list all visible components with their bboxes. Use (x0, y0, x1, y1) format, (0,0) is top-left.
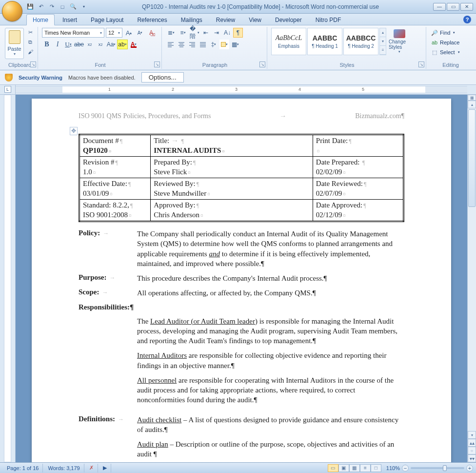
shading-button[interactable]: ▾ (219, 40, 229, 49)
shrink-font-button[interactable]: A▾ (135, 28, 145, 38)
help-button[interactable]: ? (463, 16, 471, 23)
cut-button[interactable]: ✂ (26, 28, 35, 37)
close-button[interactable]: ✕ (460, 3, 473, 11)
format-painter-button[interactable]: 🖌 (26, 47, 35, 56)
change-styles-button[interactable]: Change Styles ▾ (387, 28, 412, 55)
section-body[interactable]: Audit checklist – A list of questions de… (137, 415, 404, 463)
status-words[interactable]: Words: 3,179 (44, 464, 84, 473)
section-body[interactable]: All operations affecting, or affected by… (137, 288, 404, 298)
section-body[interactable]: This procedure describes the Company's I… (137, 273, 404, 283)
section-body[interactable]: The Company shall periodically conduct a… (137, 229, 404, 268)
page[interactable]: ISO 9001 QMS Policies, Procedures, and F… (32, 99, 451, 462)
paste-button[interactable]: Paste ▾ (5, 28, 24, 59)
zoom-in-button[interactable]: + (466, 465, 473, 472)
scroll-track[interactable] (468, 108, 476, 431)
styles-launcher[interactable]: ↘ (418, 62, 424, 67)
tab-page-layout[interactable]: Page Layout (85, 15, 129, 25)
tab-mailings[interactable]: Mailings (175, 15, 208, 25)
outline-view[interactable]: ≡ (360, 464, 371, 472)
decrease-indent-button[interactable]: ⇤ (201, 28, 211, 38)
save-icon[interactable]: 💾 (26, 3, 34, 11)
status-macro[interactable]: ▶ (99, 464, 111, 473)
maximize-button[interactable]: ▭ (447, 3, 459, 11)
qat-new-icon[interactable]: □ (59, 3, 66, 11)
highlight-button[interactable]: ab▾ (117, 40, 128, 49)
clear-formatting-button[interactable]: A⌫ (146, 28, 156, 38)
vertical-ruler[interactable] (0, 95, 16, 462)
minimize-button[interactable]: — (433, 3, 446, 11)
tab-developer[interactable]: Developer (269, 15, 308, 25)
print-layout-view[interactable]: ▭ (328, 464, 338, 472)
select-button[interactable]: ⬚Select▾ (430, 47, 471, 57)
font-launcher[interactable]: ↘ (154, 62, 160, 67)
scroll-down-button[interactable]: ▾ (468, 431, 476, 439)
change-case-button[interactable]: Aa▾ (106, 40, 116, 49)
subscript-button[interactable]: x2 (85, 40, 95, 49)
numbering-button[interactable]: ≡▾ (178, 28, 188, 38)
italic-button[interactable]: I (53, 40, 62, 49)
undo-icon[interactable]: ↶ (37, 3, 45, 11)
multilevel-button[interactable]: �階▾ (189, 28, 200, 38)
browse-object-button[interactable]: ○ (468, 447, 476, 454)
ruler-toggle-button[interactable]: ▦ (468, 95, 476, 101)
scroll-thumb[interactable] (468, 109, 476, 207)
document-scroll[interactable]: ISO 9001 QMS Policies, Procedures, and F… (16, 95, 467, 462)
justify-button[interactable] (198, 40, 208, 49)
zoom-thumb[interactable] (443, 465, 447, 471)
find-button[interactable]: 🔎Find▾ (430, 28, 471, 38)
align-center-button[interactable] (177, 40, 186, 49)
tab-home[interactable]: Home (26, 14, 55, 25)
zoom-level[interactable]: 110% (386, 465, 400, 471)
qat-preview-icon[interactable]: 🔍 (69, 3, 77, 11)
align-right-button[interactable] (187, 40, 197, 49)
status-proofing[interactable]: ✗ (85, 464, 98, 473)
next-page-button[interactable]: ▾▾ (468, 454, 476, 462)
line-spacing-button[interactable]: ‡▾ (209, 40, 218, 49)
clipboard-launcher[interactable]: ↘ (30, 62, 36, 67)
section-body[interactable]: The Lead Auditor (or Audit Team leader) … (137, 316, 404, 410)
sort-button[interactable]: A↓ (222, 28, 232, 38)
borders-button[interactable]: ▦▾ (230, 40, 240, 49)
previous-page-button[interactable]: ▴▴ (468, 439, 476, 447)
horizontal-ruler[interactable]: 1 2 3 4 5 (16, 86, 467, 93)
web-layout-view[interactable]: ▦ (349, 464, 360, 472)
zoom-slider[interactable] (411, 467, 464, 469)
paragraph-launcher[interactable]: ↘ (259, 62, 265, 67)
qat-more-icon[interactable]: ▾ (80, 3, 88, 11)
align-left-button[interactable] (166, 40, 176, 49)
strikethrough-button[interactable]: abe (74, 40, 84, 49)
tab-references[interactable]: References (131, 15, 173, 25)
tab-review[interactable]: Review (210, 15, 241, 25)
bullets-button[interactable]: ≣▾ (166, 28, 177, 38)
font-size-combo[interactable]: 12▾ (106, 28, 122, 38)
chevron-up-icon[interactable]: ▴ (380, 28, 386, 37)
draft-view[interactable]: □ (371, 464, 381, 472)
tab-insert[interactable]: Insert (57, 15, 83, 25)
gallery-expand-icon[interactable]: ≡ (380, 46, 386, 55)
tab-selector[interactable]: L (0, 85, 16, 94)
style-emphasis[interactable]: AaBbCcL Emphasis (271, 28, 306, 55)
grow-font-button[interactable]: A▴ (124, 28, 134, 38)
font-name-combo[interactable]: Times New Roman▾ (42, 28, 104, 38)
redo-icon[interactable]: ↷ (48, 3, 56, 11)
underline-button[interactable]: U▾ (63, 40, 73, 49)
security-options-button[interactable]: Options... (141, 72, 184, 82)
style-gallery-scroll[interactable]: ▴ ▾ ≡ (379, 28, 386, 55)
scroll-up-button[interactable]: ▴ (468, 101, 476, 108)
superscript-button[interactable]: x2 (96, 40, 105, 49)
style-heading1[interactable]: AABBC ¶ Heading 1 (307, 28, 342, 55)
bold-button[interactable]: B (42, 40, 52, 49)
vertical-scrollbar[interactable]: ▦ ▴ ▾ ▴▴ ○ ▾▾ (467, 95, 476, 462)
full-screen-view[interactable]: ▣ (338, 464, 349, 472)
status-page[interactable]: Page: 1 of 16 (3, 464, 43, 473)
show-hide-button[interactable]: ¶ (233, 28, 243, 38)
font-color-button[interactable]: A▾ (129, 40, 139, 49)
style-heading2[interactable]: AABBCC ¶ Heading 2 (343, 28, 378, 55)
tab-nitro-pdf[interactable]: Nitro PDF (310, 15, 347, 25)
increase-indent-button[interactable]: ⇥ (212, 28, 221, 38)
office-button[interactable] (2, 1, 22, 21)
document-info-table[interactable]: Document #QP1020 Title: → INTERNAL AUDIT… (79, 134, 404, 222)
tab-view[interactable]: View (243, 15, 267, 25)
copy-button[interactable]: ⧉ (26, 38, 35, 46)
zoom-out-button[interactable]: − (402, 465, 409, 472)
